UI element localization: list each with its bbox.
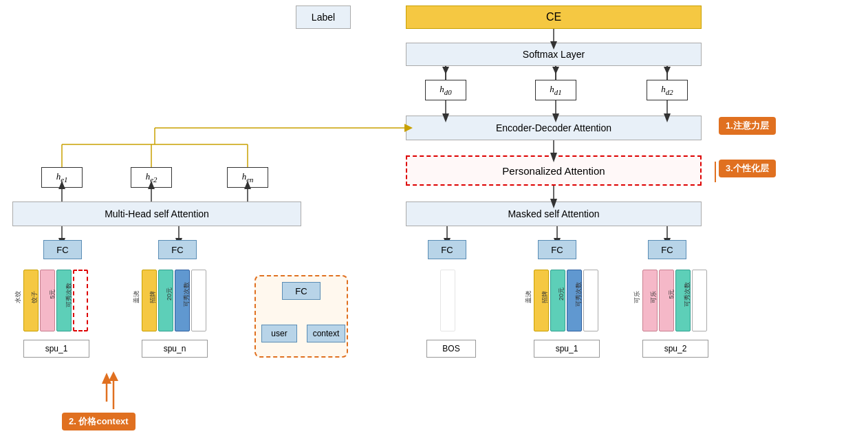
svg-marker-45	[102, 373, 111, 384]
bar-kele2: 可乐	[659, 270, 674, 331]
center-fc-group: FC user context	[254, 275, 348, 358]
label-bos-zhaopai: 招牌	[541, 291, 550, 303]
fc-left-1: FC	[43, 240, 82, 259]
badge-context: 2. 价格context	[62, 413, 135, 430]
personalized-text: Personalized Attention	[502, 165, 605, 177]
h-d2-text: hd2	[661, 84, 673, 96]
svg-marker-12	[552, 67, 559, 74]
h-e2-box: he2	[131, 167, 172, 188]
diagram: Label CE Softmax Layer hd0 hd1 hd2 Encod…	[0, 0, 868, 447]
label-bos-20yuan: 20元	[557, 287, 566, 301]
multi-head-box: Multi-Head self Attention	[12, 201, 301, 226]
h-d2-box: hd2	[647, 80, 688, 100]
label-zhaopai: 招牌	[149, 291, 158, 303]
label-kele2: 可乐	[649, 291, 658, 303]
softmax-text: Softmax Layer	[523, 49, 585, 60]
label-bos-kexiu: 可秀次数	[574, 282, 583, 307]
spu-n-label: spu_n	[142, 340, 208, 358]
fc-left-2: FC	[158, 240, 197, 259]
personalized-attention-box: Personalized Attention	[406, 155, 702, 186]
bar-kexiu-left: 可秀次数	[73, 270, 88, 331]
softmax-box: Softmax Layer	[406, 43, 702, 66]
label-5yuan: 5元	[48, 289, 57, 298]
label-box: Label	[296, 6, 351, 29]
svg-marker-54	[109, 371, 118, 381]
h-e2-text: he2	[146, 171, 158, 184]
h-en-box: hen	[227, 167, 268, 188]
masked-self-box: Masked self Attention	[406, 201, 702, 226]
bar-kexiu2: 可秀次数	[191, 270, 206, 331]
label-bos-gailun: 盖浇	[524, 291, 533, 303]
spu1-left-label: spu_1	[23, 340, 89, 358]
spu2-label: spu_2	[642, 340, 708, 358]
label-gailun: 盖浇	[132, 291, 141, 303]
context-box: context	[307, 325, 345, 342]
badge-attention: 1.注意力层	[719, 117, 776, 135]
encoder-decoder-text: Encoder-Decoder Attention	[496, 122, 611, 133]
fc-right-3: FC	[648, 240, 686, 259]
label-kexiu2: 可秀次数	[182, 282, 191, 307]
svg-marker-10	[442, 67, 449, 74]
bar-kexiu3: 可秀次数	[692, 270, 707, 331]
fc-right-1: FC	[428, 240, 466, 259]
bar-bos-placeholder	[440, 270, 455, 331]
label-20yuan: 20元	[165, 287, 174, 301]
fc-center: FC	[282, 282, 321, 300]
badge-personalized: 3.个性化层	[719, 160, 776, 177]
label-kele: 可乐	[633, 291, 642, 303]
multi-head-text: Multi-Head self Attention	[105, 208, 209, 219]
h-d0-box: hd0	[425, 80, 466, 100]
h-d1-box: hd1	[535, 80, 576, 100]
label-kexiu3: 可秀次数	[683, 282, 692, 307]
label-5yuan2: 5元	[667, 289, 676, 298]
h-e1-box: he1	[41, 167, 83, 188]
h-en-text: hen	[242, 171, 254, 184]
label-text: Label	[312, 12, 335, 23]
label-shuijiao: 水饺	[14, 291, 23, 303]
bar-bos-kexiu: 可秀次数	[583, 270, 598, 331]
fc-right-2: FC	[538, 240, 576, 259]
h-e1-text: he1	[56, 171, 68, 184]
label-jiaozi: 饺子	[30, 291, 39, 303]
h-d0-text: hd0	[440, 84, 451, 96]
encoder-decoder-box: Encoder-Decoder Attention	[406, 116, 702, 140]
context-arrow-svg	[96, 371, 131, 413]
svg-marker-14	[664, 67, 671, 74]
label-kexiu-left: 可秀次数	[65, 283, 74, 307]
user-box: user	[261, 325, 297, 342]
ce-box: CE	[406, 6, 702, 29]
masked-self-text: Masked self Attention	[508, 208, 599, 219]
h-d1-text: hd1	[550, 84, 561, 96]
bar-jiaozi: 饺子	[40, 270, 55, 331]
ce-text: CE	[546, 11, 561, 23]
spu1-right-label: spu_1	[534, 340, 600, 358]
bos-label: BOS	[426, 340, 476, 358]
